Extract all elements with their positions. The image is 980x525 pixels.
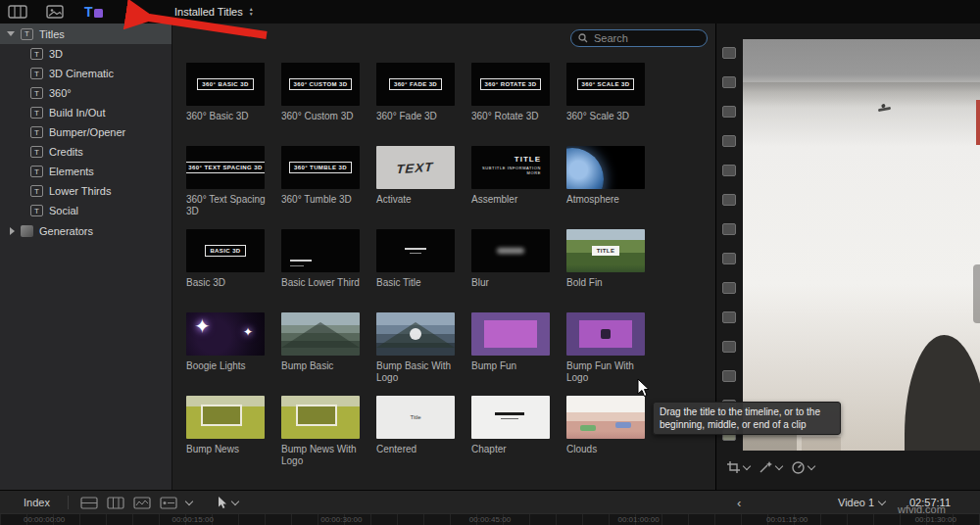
title-tile-centered[interactable]: Title Centered bbox=[376, 396, 471, 479]
retime-button[interactable] bbox=[791, 460, 814, 474]
thumb-text: TITLE bbox=[592, 246, 620, 256]
filmstrip-frame[interactable] bbox=[722, 282, 736, 294]
title-tile-bump-basic-with-logo[interactable]: Bump Basic With Logo bbox=[376, 312, 471, 396]
title-tile-bump-news-with-logo[interactable]: Bump News With Logo bbox=[281, 396, 376, 479]
clips-browser-icon[interactable] bbox=[8, 4, 27, 20]
title-tile-360-fade-3d[interactable]: 360° FADE 3D 360° Fade 3D bbox=[376, 63, 471, 146]
transform-crop-button[interactable] bbox=[726, 460, 750, 474]
title-tile-360-custom-3d[interactable]: 360° CUSTOM 3D 360° Custom 3D bbox=[281, 63, 376, 146]
clip-appearance-icon[interactable] bbox=[107, 497, 124, 509]
sidebar-item-bumper-opener[interactable]: Bumper/Opener bbox=[0, 122, 172, 142]
filmstrip-frame[interactable] bbox=[722, 76, 736, 88]
title-label: 360° Tumble 3D bbox=[281, 194, 366, 206]
title-tile-360-rotate-3d[interactable]: 360° ROTATE 3D 360° Rotate 3D bbox=[471, 63, 566, 146]
title-tile-bump-basic[interactable]: Bump Basic bbox=[281, 312, 376, 396]
filmstrip-frame[interactable] bbox=[722, 106, 736, 118]
clip-appearance-icon[interactable] bbox=[160, 497, 177, 509]
timeline-filmstrip bbox=[722, 47, 736, 441]
sidebar-item-build-in-out[interactable]: Build In/Out bbox=[0, 103, 172, 122]
sidebar-item-credits[interactable]: Credits bbox=[0, 142, 172, 162]
title-label: Basic Title bbox=[376, 277, 461, 289]
titles-generators-browser-icon[interactable]: T bbox=[82, 3, 104, 21]
collapse-chevron[interactable]: ‹ bbox=[737, 496, 741, 510]
billboard-shape bbox=[201, 405, 242, 426]
sidebar-item-3d-cinematic[interactable]: 3D Cinematic bbox=[0, 64, 172, 83]
title-tile-360-tumble-3d[interactable]: 360° TUMBLE 3D 360° Tumble 3D bbox=[281, 146, 376, 229]
filmstrip-frame[interactable] bbox=[722, 135, 736, 147]
title-category-icon bbox=[30, 107, 43, 119]
disclosure-down-icon[interactable] bbox=[7, 31, 15, 36]
sidebar-item-label: Build In/Out bbox=[49, 107, 105, 119]
title-label: Centered bbox=[376, 444, 461, 455]
title-tile-bump-news[interactable]: Bump News bbox=[186, 396, 281, 479]
title-tile-chapter[interactable]: Chapter bbox=[471, 396, 566, 479]
title-label: Boogie Lights bbox=[186, 360, 270, 372]
filmstrip-frame[interactable] bbox=[722, 165, 736, 176]
title-tile-activate[interactable]: TEXT Activate bbox=[376, 146, 471, 229]
title-label: Basic 3D bbox=[186, 277, 270, 289]
title-tile-assembler[interactable]: TITLE SUBTITLE INFORMATION MORE Assemble… bbox=[471, 146, 566, 229]
color-card-logo bbox=[579, 320, 632, 348]
title-thumbnail: TITLE bbox=[566, 229, 645, 272]
filmstrip-frame[interactable] bbox=[722, 47, 736, 59]
filmstrip-frame[interactable] bbox=[722, 253, 736, 264]
title-tile-bump-fun-with-logo[interactable]: Bump Fun With Logo bbox=[566, 312, 662, 396]
thumb-text: BASIC 3D bbox=[205, 245, 245, 257]
filmstrip-frame[interactable] bbox=[722, 311, 736, 323]
title-tile-clouds[interactable]: Clouds bbox=[566, 396, 662, 479]
title-tile-360-text-spacing-3d[interactable]: 360° TEXT SPACING 3D 360° Text Spacing 3… bbox=[186, 146, 281, 229]
clip-appearance-icon[interactable] bbox=[133, 497, 151, 509]
timeline-toolbar: Index bbox=[0, 490, 980, 514]
clip-appearance-icon[interactable] bbox=[80, 497, 98, 509]
sidebar-item-generators[interactable]: Generators bbox=[0, 220, 172, 241]
title-tile-bold-fin[interactable]: TITLE Bold Fin bbox=[566, 229, 662, 312]
index-button[interactable]: Index bbox=[18, 496, 56, 509]
tool-select-dropdown[interactable] bbox=[218, 496, 238, 509]
thumb-text: 360° ROTATE 3D bbox=[480, 78, 542, 90]
thumb-text: 360° CUSTOM 3D bbox=[289, 78, 353, 90]
title-tile-basic-lower-third[interactable]: Basic Lower Third bbox=[281, 229, 376, 312]
sidebar-item-3d[interactable]: 3D bbox=[0, 44, 172, 64]
title-category-icon bbox=[30, 68, 43, 79]
disclosure-right-icon[interactable] bbox=[10, 227, 15, 235]
filmstrip-frame[interactable] bbox=[722, 370, 736, 382]
drag-hint-tooltip: Drag the title to the timeline, or to th… bbox=[653, 402, 841, 435]
title-tile-blur[interactable]: Blur bbox=[471, 229, 566, 312]
title-tile-basic-3d[interactable]: BASIC 3D Basic 3D bbox=[186, 229, 281, 312]
filmstrip-frame[interactable] bbox=[722, 194, 736, 206]
effects-wand-button[interactable] bbox=[759, 460, 782, 474]
filmstrip-frame[interactable] bbox=[722, 223, 736, 235]
sidebar-item-elements[interactable]: Elements bbox=[0, 162, 172, 181]
filmstrip-frame[interactable] bbox=[722, 341, 736, 353]
timeline-ruler[interactable]: 00:00:00:00 00:00:15:00 00:00:30:00 00:0… bbox=[0, 513, 980, 525]
search-input[interactable] bbox=[592, 31, 700, 45]
title-thumbnail: 360° TUMBLE 3D bbox=[281, 146, 360, 189]
sidebar-item-label: 3D bbox=[49, 48, 63, 60]
search-field[interactable] bbox=[570, 29, 708, 47]
titles-sidebar: Titles 3D 3D Cinematic 360° Build In/Out… bbox=[0, 24, 172, 490]
label-chip bbox=[615, 422, 631, 428]
title-tile-bump-fun[interactable]: Bump Fun bbox=[471, 312, 566, 396]
title-tile-basic-title[interactable]: Basic Title bbox=[376, 229, 471, 312]
installed-titles-dropdown[interactable]: Installed Titles ▲▼ bbox=[174, 0, 254, 24]
title-label: Activate bbox=[376, 194, 461, 206]
title-tile-360-basic-3d[interactable]: 360° BASIC 3D 360° Basic 3D bbox=[186, 63, 281, 146]
title-label: Basic Lower Third bbox=[281, 277, 366, 289]
video-track-dropdown[interactable]: Video 1 bbox=[838, 497, 885, 508]
photos-audio-browser-icon[interactable] bbox=[45, 4, 65, 20]
chevron-down-icon[interactable] bbox=[185, 497, 193, 504]
sidebar-item-titles[interactable]: Titles bbox=[0, 24, 172, 44]
title-thumbnail bbox=[566, 312, 645, 356]
title-tile-atmosphere[interactable]: Atmosphere bbox=[566, 146, 662, 229]
sidebar-item-360[interactable]: 360° bbox=[0, 83, 172, 103]
sidebar-item-lower-thirds[interactable]: Lower Thirds bbox=[0, 181, 172, 201]
sidebar-item-label: Social bbox=[49, 205, 78, 216]
sidebar-item-label: 3D Cinematic bbox=[49, 68, 114, 79]
sparkle-icon: ✦ bbox=[194, 314, 211, 338]
sidebar-item-social[interactable]: Social bbox=[0, 201, 172, 220]
title-thumbnail: 360° BASIC 3D bbox=[186, 63, 265, 106]
title-label: Atmosphere bbox=[566, 194, 651, 206]
title-tile-360-scale-3d[interactable]: 360° SCALE 3D 360° Scale 3D bbox=[566, 63, 662, 146]
title-thumbnail bbox=[566, 396, 645, 439]
title-tile-boogie-lights[interactable]: ✦ ✦ Boogie Lights bbox=[186, 312, 281, 396]
